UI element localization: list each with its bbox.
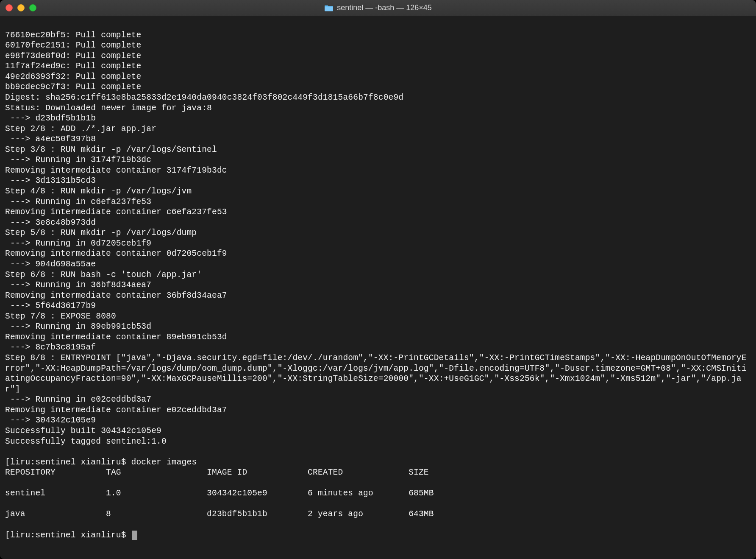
- images-row: sentinel 1.0 304342c105e9 6 minutes ago …: [5, 488, 751, 499]
- traffic-lights: [6, 4, 36, 11]
- terminal-window: sentinel — -bash — 126×45 76610ec20bf5: …: [0, 0, 756, 559]
- terminal-output: 76610ec20bf5: Pull complete 60170fec2151…: [5, 30, 751, 447]
- cursor: [132, 531, 137, 540]
- close-button[interactable]: [6, 4, 13, 11]
- minimize-button[interactable]: [17, 4, 25, 11]
- terminal-body[interactable]: 76610ec20bf5: Pull complete 60170fec2151…: [0, 16, 756, 559]
- prompt-2-prefix: [liru:sentinel xianliru$: [5, 531, 131, 540]
- images-header: REPOSITORY TAG IMAGE ID CREATED SIZE: [5, 467, 751, 478]
- title-wrapper: sentinel — -bash — 126×45: [0, 3, 756, 12]
- images-row: java 8 d23bdf5b1b1b 2 years ago 643MB: [5, 509, 751, 520]
- titlebar[interactable]: sentinel — -bash — 126×45: [0, 0, 756, 16]
- folder-icon: [324, 4, 334, 12]
- prompt-1-prefix: [liru:sentinel xianliru$: [5, 458, 131, 467]
- window-title: sentinel — -bash — 126×45: [337, 3, 432, 12]
- zoom-button[interactable]: [29, 4, 36, 11]
- prompt-1-command: docker images: [131, 458, 197, 467]
